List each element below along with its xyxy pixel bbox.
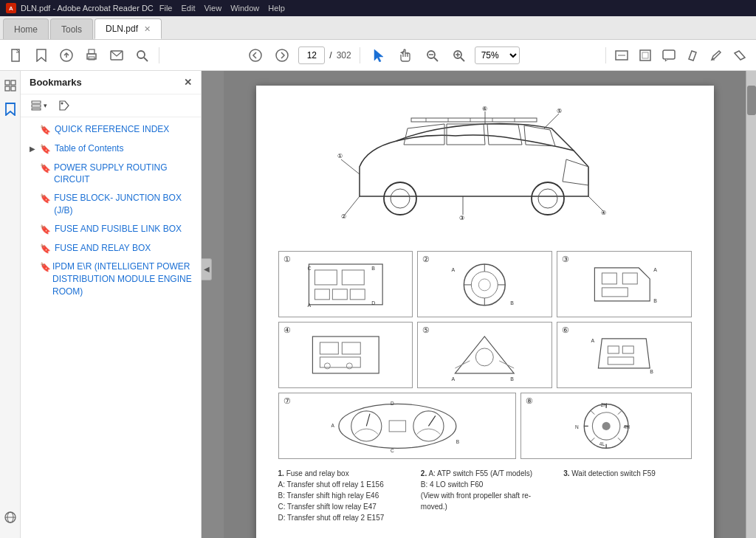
bookmark-item-power-supply[interactable]: 🔖 POWER SUPPLY ROUTING CIRCUIT bbox=[21, 159, 201, 190]
highlight-button[interactable] bbox=[682, 45, 703, 66]
zoom-out-button[interactable] bbox=[422, 45, 442, 66]
app-icon: A bbox=[6, 3, 16, 13]
svg-rect-54 bbox=[411, 118, 537, 122]
bookmark-item-quick-reference[interactable]: 🔖 QUICK REFERENCE INDEX bbox=[21, 120, 201, 139]
bookmark-tools: ▾ bbox=[21, 94, 201, 117]
svg-rect-79 bbox=[602, 273, 616, 284]
svg-rect-95 bbox=[608, 346, 619, 354]
tab-home[interactable]: Home bbox=[3, 18, 49, 39]
menu-file[interactable]: File bbox=[159, 4, 173, 13]
svg-point-41 bbox=[538, 189, 557, 208]
svg-text:⑥: ⑥ bbox=[482, 106, 487, 112]
page-number-input[interactable] bbox=[298, 46, 325, 64]
svg-rect-87 bbox=[320, 356, 360, 367]
zoom-select[interactable]: 75% 100% 125% 150% bbox=[475, 46, 520, 64]
svg-line-92 bbox=[499, 360, 514, 368]
caption-col-3: 3. Wait detection switch F59 bbox=[563, 468, 691, 523]
caption-2note: (View with front propeller shaft re-move… bbox=[421, 492, 531, 511]
svg-text:A: A bbox=[591, 338, 594, 343]
toolbar-separator-3 bbox=[605, 47, 606, 63]
caption-2a: A: ATP switch F55 (A/T models) bbox=[428, 469, 532, 477]
toolbar-separator-2 bbox=[360, 47, 360, 63]
bookmark-tag-button[interactable] bbox=[56, 99, 72, 112]
toolbar: / 302 75% 100% 125% 150% bbox=[0, 40, 756, 71]
svg-point-88 bbox=[324, 362, 330, 368]
more-tools-button[interactable] bbox=[729, 45, 750, 66]
select-tool-button[interactable] bbox=[368, 45, 389, 66]
diagram-cell-4: ④ bbox=[278, 322, 413, 388]
print-button[interactable] bbox=[81, 45, 102, 66]
svg-marker-36 bbox=[60, 101, 69, 110]
caption-1-title: Fuse and relay box bbox=[286, 469, 349, 477]
svg-line-91 bbox=[456, 360, 470, 368]
thumbnails-button[interactable] bbox=[1, 77, 19, 94]
menu-edit[interactable]: Edit bbox=[182, 4, 196, 13]
svg-rect-105 bbox=[389, 421, 405, 432]
svg-text:B: B bbox=[456, 438, 459, 444]
svg-text:D: D bbox=[391, 401, 394, 406]
tab-tools[interactable]: Tools bbox=[50, 18, 93, 39]
svg-line-117 bbox=[618, 438, 622, 441]
bookmark-list-view-button[interactable]: ▾ bbox=[28, 99, 50, 112]
upload-button[interactable] bbox=[56, 45, 77, 66]
svg-text:B: B bbox=[510, 300, 514, 305]
svg-text:A: A bbox=[307, 302, 311, 307]
svg-line-119 bbox=[591, 438, 594, 441]
menu-view[interactable]: View bbox=[204, 4, 221, 13]
comment-button[interactable] bbox=[659, 45, 679, 66]
svg-rect-80 bbox=[622, 273, 637, 284]
draw-button[interactable] bbox=[706, 45, 726, 66]
bookmarks-button[interactable] bbox=[1, 100, 19, 118]
hand-tool-button[interactable] bbox=[395, 45, 416, 66]
svg-text:D: D bbox=[371, 300, 375, 305]
svg-text:2H: 2H bbox=[600, 402, 607, 407]
bookmark-item-toc[interactable]: ▶ 🔖 Table of Contents bbox=[21, 139, 201, 159]
svg-text:②: ② bbox=[341, 213, 346, 220]
svg-text:A: A bbox=[653, 267, 657, 272]
svg-rect-35 bbox=[32, 108, 41, 110]
new-file-button[interactable] bbox=[6, 45, 27, 66]
email-button[interactable] bbox=[106, 45, 127, 66]
toc-expand-icon[interactable]: ▶ bbox=[30, 144, 37, 154]
svg-text:N: N bbox=[575, 424, 579, 430]
bookmark-label: IPDM E\R (INTELLIGENT POWER DISTRIBUTION… bbox=[52, 261, 195, 297]
next-page-button[interactable] bbox=[272, 45, 292, 66]
svg-rect-4 bbox=[89, 49, 94, 54]
menu-help[interactable]: Help bbox=[268, 4, 285, 13]
bookmark-item-fuse-block[interactable]: 🔖 FUSE BLOCK- JUNCTION BOX (J/B) bbox=[21, 189, 201, 220]
menu-window[interactable]: Window bbox=[230, 4, 259, 13]
bookmark-button[interactable] bbox=[31, 45, 52, 66]
svg-text:④: ④ bbox=[601, 210, 606, 216]
fit-page-button[interactable] bbox=[611, 45, 632, 66]
bookmark-icon: 🔖 bbox=[40, 261, 49, 274]
search-button[interactable] bbox=[131, 45, 152, 66]
page-area[interactable]: ① ⑥ ⑤ ④ ② ③ bbox=[224, 71, 746, 538]
svg-rect-22 bbox=[642, 52, 648, 58]
tab-document[interactable]: DLN.pdf ✕ bbox=[94, 18, 162, 39]
rotate-button[interactable] bbox=[635, 45, 656, 66]
svg-point-37 bbox=[61, 103, 63, 105]
caption-col-1: 1. Fuse and relay box A: Transfer shut o… bbox=[278, 468, 406, 523]
layers-button[interactable] bbox=[1, 508, 19, 526]
panel-header-icons: ✕ bbox=[184, 77, 192, 88]
svg-point-9 bbox=[250, 49, 261, 61]
svg-text:4H: 4H bbox=[623, 424, 630, 430]
svg-point-39 bbox=[391, 189, 410, 208]
svg-point-120 bbox=[602, 421, 610, 430]
svg-text:A: A bbox=[452, 376, 456, 381]
svg-line-8 bbox=[144, 58, 148, 61]
close-panel-icon[interactable]: ✕ bbox=[184, 77, 192, 88]
caption-2b: B: 4 LO switch F60 bbox=[421, 480, 483, 489]
diagram-row-3: ⑦ bbox=[278, 393, 692, 459]
collapse-panel-handle[interactable]: ◀ bbox=[202, 258, 212, 280]
bookmark-item-fuse-fusible[interactable]: 🔖 FUSE AND FUSIBLE LINK BOX bbox=[21, 220, 201, 239]
svg-point-10 bbox=[276, 49, 288, 61]
zoom-in-button[interactable] bbox=[448, 45, 469, 66]
bookmark-item-ipdm[interactable]: 🔖 IPDM E\R (INTELLIGENT POWER DISTRIBUTI… bbox=[21, 258, 201, 300]
close-tab-icon[interactable]: ✕ bbox=[144, 24, 151, 34]
bookmark-label: QUICK REFERENCE INDEX bbox=[55, 123, 169, 136]
right-scrollbar[interactable] bbox=[746, 71, 756, 538]
svg-line-103 bbox=[366, 413, 370, 426]
bookmark-item-fuse-relay[interactable]: 🔖 FUSE AND RELAY BOX bbox=[21, 239, 201, 258]
prev-page-button[interactable] bbox=[245, 45, 266, 66]
